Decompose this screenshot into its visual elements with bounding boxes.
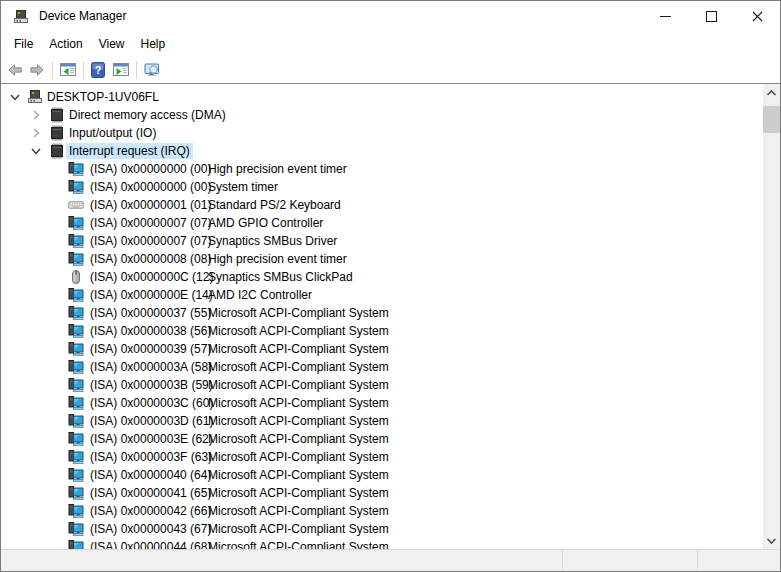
system-device-icon <box>68 395 84 411</box>
system-device-icon <box>68 233 84 249</box>
tree-row-device[interactable]: (ISA) 0x00000037 (55)Microsoft ACPI-Comp… <box>1 304 780 322</box>
device-name: Microsoft ACPI-Compliant System <box>208 504 389 518</box>
back-button[interactable] <box>4 59 26 81</box>
scrollbar-thumb[interactable] <box>763 106 780 133</box>
svg-text:?: ? <box>95 64 102 76</box>
tree-row-device[interactable]: (ISA) 0x00000007 (07)Synaptics SMBus Dri… <box>1 232 780 250</box>
help-icon: ? <box>91 62 107 78</box>
chevron-down-icon <box>766 537 777 545</box>
tree-row-device[interactable]: (ISA) 0x00000041 (65)Microsoft ACPI-Comp… <box>1 484 780 502</box>
system-device-icon <box>68 323 84 339</box>
tree-row-device[interactable]: (ISA) 0x0000000C (12)Synaptics SMBus Cli… <box>1 268 780 286</box>
status-pane-middle <box>563 550 698 571</box>
tree-row-desktop-1uv06fl[interactable]: DESKTOP-1UV06FL <box>1 88 780 106</box>
resource-address: (ISA) 0x00000001 (01) <box>90 198 208 212</box>
resource-address: (ISA) 0x00000039 (57) <box>90 342 208 356</box>
system-device-icon <box>68 161 84 177</box>
menu-action[interactable]: Action <box>41 32 90 56</box>
tree-row-device[interactable]: (ISA) 0x0000003C (60)Microsoft ACPI-Comp… <box>1 394 780 412</box>
tree-row-device[interactable]: (ISA) 0x00000042 (66)Microsoft ACPI-Comp… <box>1 502 780 520</box>
resource-address: (ISA) 0x0000003C (60) <box>90 396 208 410</box>
status-bar <box>1 549 780 571</box>
show-action-pane-button[interactable] <box>110 59 132 81</box>
resource-address: (ISA) 0x0000003A (58) <box>90 360 208 374</box>
system-device-icon <box>68 413 84 429</box>
close-button[interactable] <box>734 1 780 32</box>
system-device-icon <box>68 485 84 501</box>
tree-row-direct-memory-access-dma[interactable]: Direct memory access (DMA) <box>1 106 780 124</box>
menu-view[interactable]: View <box>91 32 133 56</box>
system-device-icon <box>68 215 84 231</box>
help-button[interactable]: ? <box>88 59 110 81</box>
chevron-collapsed-icon[interactable] <box>28 107 44 123</box>
computer-icon <box>27 89 43 105</box>
tree-row-device[interactable]: (ISA) 0x00000007 (07)AMD GPIO Controller <box>1 214 780 232</box>
tree-row-device[interactable]: (ISA) 0x00000000 (00)High precision even… <box>1 160 780 178</box>
minimize-icon <box>660 16 671 17</box>
tree-row-device[interactable]: (ISA) 0x00000038 (56)Microsoft ACPI-Comp… <box>1 322 780 340</box>
scroll-up-button[interactable] <box>763 84 780 101</box>
tree-row-device[interactable]: (ISA) 0x00000043 (67)Microsoft ACPI-Comp… <box>1 520 780 538</box>
forward-icon <box>29 62 45 78</box>
device-manager-app-icon <box>13 9 29 25</box>
device-name: High precision event timer <box>208 252 347 266</box>
device-name: AMD I2C Controller <box>208 288 312 302</box>
minimize-button[interactable] <box>642 1 688 32</box>
chevron-expanded-icon[interactable] <box>7 89 23 105</box>
scroll-down-button[interactable] <box>763 532 780 549</box>
resource-address: (ISA) 0x00000044 (68) <box>90 540 208 549</box>
tree-row-device[interactable]: (ISA) 0x00000044 (68)Microsoft ACPI-Comp… <box>1 538 780 549</box>
tree-row-input-output-io[interactable]: Input/output (IO) <box>1 124 780 142</box>
resource-address: (ISA) 0x0000003E (62) <box>90 432 208 446</box>
tree-row-device[interactable]: (ISA) 0x0000003A (58)Microsoft ACPI-Comp… <box>1 358 780 376</box>
device-name: Synaptics SMBus Driver <box>208 234 337 248</box>
vertical-scrollbar[interactable] <box>763 84 780 549</box>
system-device-icon <box>68 305 84 321</box>
chevron-up-icon <box>766 89 777 97</box>
menu-help[interactable]: Help <box>133 32 174 56</box>
tree-row-device[interactable]: (ISA) 0x00000039 (57)Microsoft ACPI-Comp… <box>1 340 780 358</box>
device-name: Synaptics SMBus ClickPad <box>208 270 353 284</box>
system-device-icon <box>68 467 84 483</box>
menu-bar: FileActionViewHelp <box>1 32 780 56</box>
device-manager-window: Device Manager FileActionViewHelp ? DESK… <box>0 0 781 572</box>
chevron-collapsed-icon[interactable] <box>28 125 44 141</box>
forward-button[interactable] <box>26 59 48 81</box>
tree-row-device[interactable]: (ISA) 0x0000003D (61)Microsoft ACPI-Comp… <box>1 412 780 430</box>
tree-label: Input/output (IO) <box>66 125 159 141</box>
resource-address: (ISA) 0x00000000 (00) <box>90 162 208 176</box>
scan-for-hardware-changes-icon <box>144 62 160 78</box>
system-device-icon <box>68 179 84 195</box>
tree-row-device[interactable]: (ISA) 0x0000003F (63)Microsoft ACPI-Comp… <box>1 448 780 466</box>
title-bar: Device Manager <box>1 1 780 32</box>
resource-address: (ISA) 0x00000007 (07) <box>90 216 208 230</box>
chevron-expanded-icon[interactable] <box>28 143 44 159</box>
device-name: Microsoft ACPI-Compliant System <box>208 540 389 549</box>
tree-row-device[interactable]: (ISA) 0x0000003E (62)Microsoft ACPI-Comp… <box>1 430 780 448</box>
tree-row-device[interactable]: (ISA) 0x0000003B (59)Microsoft ACPI-Comp… <box>1 376 780 394</box>
window-title: Device Manager <box>39 1 126 32</box>
tree-row-device[interactable]: (ISA) 0x0000000E (14)AMD I2C Controller <box>1 286 780 304</box>
device-name: Microsoft ACPI-Compliant System <box>208 450 389 464</box>
toolbar: ? <box>1 56 780 84</box>
menu-file[interactable]: File <box>6 32 41 56</box>
keyboard-icon <box>68 197 84 213</box>
toolbar-separator <box>136 61 137 79</box>
device-name: Microsoft ACPI-Compliant System <box>208 432 389 446</box>
chip-icon <box>49 143 65 159</box>
tree-row-device[interactable]: (ISA) 0x00000000 (00)System timer <box>1 178 780 196</box>
resource-address: (ISA) 0x00000040 (64) <box>90 468 208 482</box>
system-device-icon <box>68 431 84 447</box>
tree-label-selected: Interrupt request (IRQ) <box>66 143 193 159</box>
resource-address: (ISA) 0x00000037 (55) <box>90 306 208 320</box>
device-tree: DESKTOP-1UV06FLDirect memory access (DMA… <box>1 84 780 549</box>
tree-row-interrupt-request-irq[interactable]: Interrupt request (IRQ) <box>1 142 780 160</box>
tree-row-device[interactable]: (ISA) 0x00000001 (01)Standard PS/2 Keybo… <box>1 196 780 214</box>
device-name: Microsoft ACPI-Compliant System <box>208 324 389 338</box>
maximize-button[interactable] <box>688 1 734 32</box>
resource-address: (ISA) 0x00000042 (66) <box>90 504 208 518</box>
tree-row-device[interactable]: (ISA) 0x00000040 (64)Microsoft ACPI-Comp… <box>1 466 780 484</box>
tree-row-device[interactable]: (ISA) 0x00000008 (08)High precision even… <box>1 250 780 268</box>
show-console-tree-button[interactable] <box>57 59 79 81</box>
scan-for-hardware-changes-button[interactable] <box>141 59 163 81</box>
